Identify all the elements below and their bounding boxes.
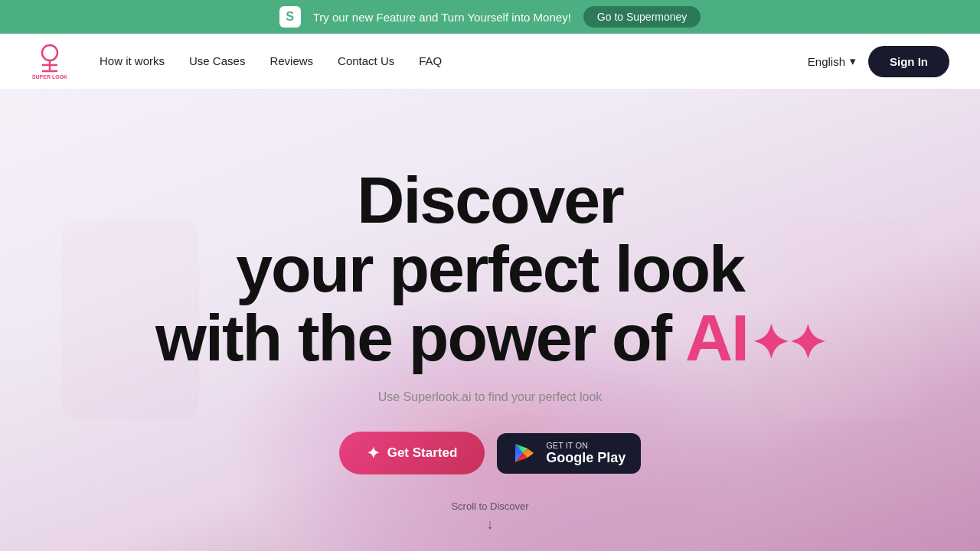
hero-title-line1: Discover — [357, 163, 622, 236]
google-play-large-text: Google Play — [546, 450, 626, 466]
google-play-icon — [512, 441, 537, 465]
google-play-text: GET IT ON Google Play — [546, 441, 626, 466]
chevron-down-icon: ▾ — [850, 54, 856, 68]
get-started-label: Get Started — [387, 445, 458, 461]
nav-links: How it works Use Cases Reviews Contact U… — [100, 54, 442, 68]
hero-subtitle: Use Superlook.ai to find your perfect lo… — [155, 390, 825, 404]
supermoney-icon: S — [279, 6, 301, 28]
svg-text:SUPER LOOK: SUPER LOOK — [32, 74, 67, 80]
google-play-small-text: GET IT ON — [546, 441, 626, 450]
navbar-left: SUPER LOOK How it works Use Cases Review… — [31, 42, 442, 80]
hero-title-line3-prefix: with the power of — [155, 301, 685, 374]
scroll-label: Scroll to Discover — [451, 500, 528, 512]
language-label: English — [808, 55, 845, 68]
sparkle-icon: ✦✦ — [751, 319, 825, 367]
hero-section: Discover your perfect look with the powe… — [0, 89, 980, 551]
hero-content: Discover your perfect look with the powe… — [155, 165, 825, 475]
go-to-supermoney-button[interactable]: Go to Supermoney — [583, 6, 701, 28]
navbar-right: English ▾ Sign In — [808, 46, 949, 77]
nav-use-cases[interactable]: Use Cases — [189, 54, 245, 67]
hero-title-line2: your perfect look — [236, 232, 744, 305]
hero-title: Discover your perfect look with the powe… — [155, 165, 825, 373]
language-selector[interactable]: English ▾ — [808, 54, 856, 68]
navbar: SUPER LOOK How it works Use Cases Review… — [0, 34, 980, 89]
announcement-bar: S Try our new Feature and Turn Yourself … — [0, 0, 980, 34]
hero-title-ai: AI — [685, 301, 748, 374]
hero-buttons: ✦ Get Started — [155, 432, 825, 474]
svg-point-0 — [42, 45, 57, 60]
nav-how-it-works[interactable]: How it works — [100, 54, 165, 67]
scroll-down-arrow-icon: ↓ — [486, 517, 493, 533]
nav-faq[interactable]: FAQ — [419, 54, 442, 67]
get-started-button[interactable]: ✦ Get Started — [339, 432, 485, 474]
nav-contact-us[interactable]: Contact Us — [338, 54, 394, 67]
announcement-text: Try our new Feature and Turn Yourself in… — [313, 11, 571, 24]
logo[interactable]: SUPER LOOK — [31, 42, 69, 80]
logo-icon: SUPER LOOK — [31, 42, 69, 80]
sign-in-button[interactable]: Sign In — [868, 46, 949, 77]
scroll-indicator: Scroll to Discover ↓ — [451, 500, 528, 533]
google-play-button[interactable]: GET IT ON Google Play — [497, 433, 641, 474]
sparkle-btn-icon: ✦ — [367, 444, 380, 462]
nav-reviews[interactable]: Reviews — [270, 54, 313, 67]
